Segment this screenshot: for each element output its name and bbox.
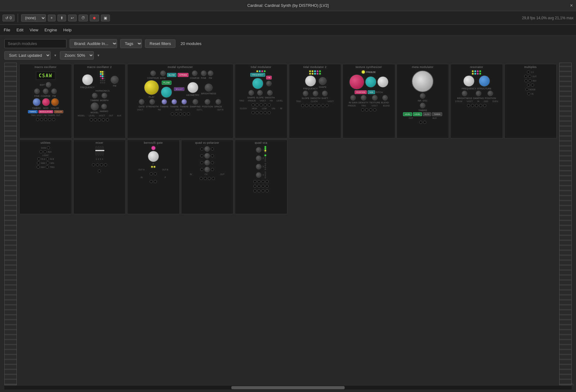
color-knob[interactable] — [51, 98, 59, 106]
fader-3[interactable] — [100, 146, 101, 155]
menu-view[interactable]: View — [29, 28, 38, 32]
module-meta-modulator[interactable]: meta modulator INF. OSC TIMBRE — [397, 64, 449, 138]
ext-in-port[interactable] — [179, 112, 182, 115]
close-button[interactable]: × — [570, 3, 573, 8]
vca-knob-2[interactable] — [256, 155, 261, 161]
slope-knob-tidal[interactable] — [257, 90, 263, 96]
space-knob[interactable] — [215, 99, 221, 105]
texture-knob[interactable] — [372, 95, 378, 101]
qvcp-knob-3[interactable] — [204, 160, 210, 165]
qvcp-out-3[interactable] — [211, 161, 214, 164]
sign-port[interactable] — [47, 146, 50, 149]
bern-p[interactable] — [154, 180, 157, 183]
vca-out-3[interactable] — [261, 189, 265, 192]
mult-port-4[interactable] — [524, 79, 528, 82]
qvcp-out-1[interactable] — [211, 147, 214, 151]
menu-help[interactable]: Help — [63, 28, 72, 32]
brightness-knob[interactable] — [205, 83, 213, 92]
out-port-meta[interactable] — [419, 121, 422, 124]
mix-in-4[interactable] — [104, 163, 107, 166]
density-knob[interactable] — [361, 95, 366, 101]
freq-knob-tidal[interactable] — [252, 78, 263, 89]
play-knob[interactable] — [144, 80, 159, 95]
fm-knob-modal[interactable] — [208, 70, 213, 76]
qvcp-cv-4[interactable] — [212, 177, 215, 180]
color-button[interactable]: COLOR — [54, 110, 63, 113]
uni-port-tidal[interactable] — [264, 111, 267, 114]
mallet-button[interactable]: MALLET — [174, 87, 184, 91]
search-input[interactable] — [4, 39, 66, 48]
module-resonator[interactable]: resonator — [450, 64, 503, 138]
vca-in-3[interactable] — [261, 180, 265, 183]
module-tidal-modulator[interactable]: tidal modulator FREQUENCY — [235, 64, 288, 138]
bern-in[interactable] — [150, 180, 153, 183]
freeze-port-tex[interactable] — [361, 108, 364, 111]
module-quad-vca[interactable]: quad VCA 1 — [235, 140, 288, 214]
fine-knob[interactable] — [34, 88, 40, 94]
size-button[interactable]: SIZE — [368, 90, 375, 94]
menu-engine[interactable]: Engine — [44, 28, 57, 32]
qvcp-cv-3[interactable] — [208, 177, 211, 180]
inb-port[interactable] — [46, 157, 49, 160]
mult-port-9[interactable] — [527, 92, 530, 95]
position-knob[interactable] — [205, 99, 210, 105]
prob-knob[interactable] — [148, 151, 159, 162]
freq-knob-res[interactable] — [463, 75, 474, 87]
menu-edit[interactable]: Edit — [16, 28, 23, 32]
timbre-knob-2[interactable] — [92, 93, 98, 98]
module-macro-oscillator-2[interactable]: macro oscillator 2 FREQUENCY — [73, 64, 126, 138]
voct-port-tidal2[interactable] — [309, 104, 312, 107]
out3-port-tidal2[interactable] — [321, 104, 324, 107]
mult-port-6[interactable] — [527, 83, 530, 87]
qvcp-in-3[interactable] — [200, 161, 203, 164]
strum-port[interactable] — [467, 104, 470, 107]
qvcp-out-2[interactable] — [211, 154, 214, 157]
slope-knob-tidal2[interactable] — [303, 91, 308, 96]
vca-out-2[interactable] — [257, 189, 261, 192]
preset-select[interactable]: (none) — [21, 14, 46, 22]
bright-knob-res[interactable] — [462, 91, 467, 96]
level-btn-1[interactable]: LEVEL — [403, 112, 412, 116]
alog-btn[interactable]: ALOG — [423, 112, 431, 116]
module-texture-synthesizer[interactable]: texture synthesizer FREEZE — [342, 64, 395, 138]
pos-knob-res[interactable] — [488, 91, 493, 96]
vca-knob-1[interactable] — [256, 147, 261, 153]
qvcp-in-2[interactable] — [200, 154, 203, 157]
low-port-tidal[interactable] — [260, 111, 263, 114]
mult-port-3[interactable] — [528, 75, 531, 78]
bern-out-b[interactable] — [154, 172, 157, 175]
texture-size-knob[interactable] — [365, 76, 376, 88]
strength-knob[interactable] — [149, 99, 155, 105]
fm-port-tidal[interactable] — [264, 103, 267, 106]
module-macro-oscillator[interactable]: macro oscillator CSAW EDIT FINE — [19, 64, 72, 138]
qvcp-knob-2[interactable] — [204, 153, 210, 159]
module-quad-vc-polarizer[interactable]: quad VC-polarizer — [181, 140, 234, 214]
fader-2[interactable] — [98, 146, 99, 155]
modulation-button[interactable]: MODULATION — [39, 110, 53, 113]
shape-knob-tidal2[interactable] — [319, 77, 327, 85]
trig-port-tidal[interactable] — [252, 103, 255, 106]
fm-knob[interactable] — [51, 88, 57, 94]
reset-filters-button[interactable]: Reset filters — [145, 39, 176, 48]
vca-cv-3[interactable] — [261, 185, 265, 188]
inv-out-port[interactable] — [43, 150, 47, 153]
voct-port-tidal[interactable] — [260, 103, 263, 106]
module-bernoulli-gate[interactable]: bernoulli gate P OUT A O — [127, 140, 180, 214]
out-r-port[interactable] — [187, 112, 190, 115]
geometry-knob[interactable] — [187, 82, 198, 93]
trig-port-tex[interactable] — [365, 108, 368, 111]
odd-port-res[interactable] — [479, 104, 482, 107]
save-preset-button[interactable]: ⬆ — [57, 15, 66, 21]
max-port[interactable] — [37, 161, 40, 164]
out-l-port[interactable] — [183, 112, 186, 115]
model-knob[interactable] — [91, 102, 99, 110]
timbre-btn-meta[interactable]: TIMBRE — [432, 112, 442, 116]
qvcp-knob-4[interactable] — [204, 167, 210, 172]
timbre3-knob-modal[interactable] — [181, 99, 187, 105]
edit-knob[interactable] — [46, 82, 51, 88]
out2-port-tidal2[interactable] — [317, 104, 320, 107]
qvcp-out-4[interactable] — [211, 168, 214, 171]
vca-in-1[interactable] — [253, 180, 256, 183]
contour-knob[interactable] — [150, 70, 156, 76]
mult-port-1[interactable] — [527, 70, 530, 74]
